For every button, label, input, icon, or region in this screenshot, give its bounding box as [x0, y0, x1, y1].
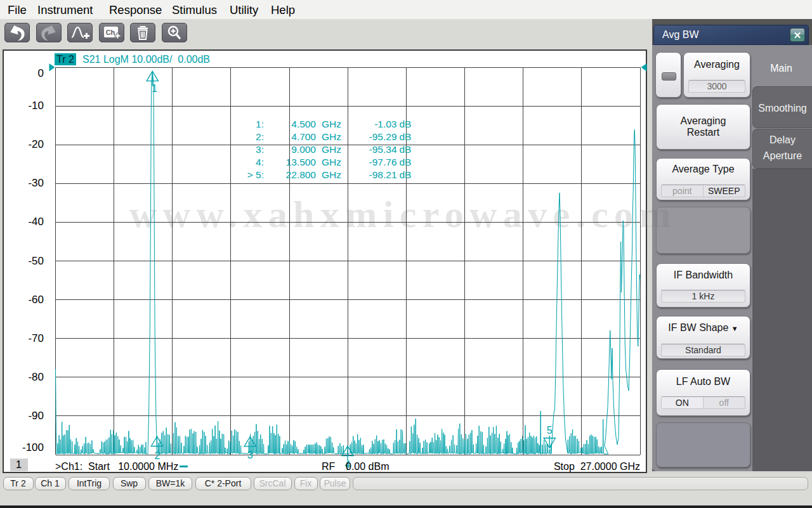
- svg-text:Ch: Ch: [106, 29, 115, 36]
